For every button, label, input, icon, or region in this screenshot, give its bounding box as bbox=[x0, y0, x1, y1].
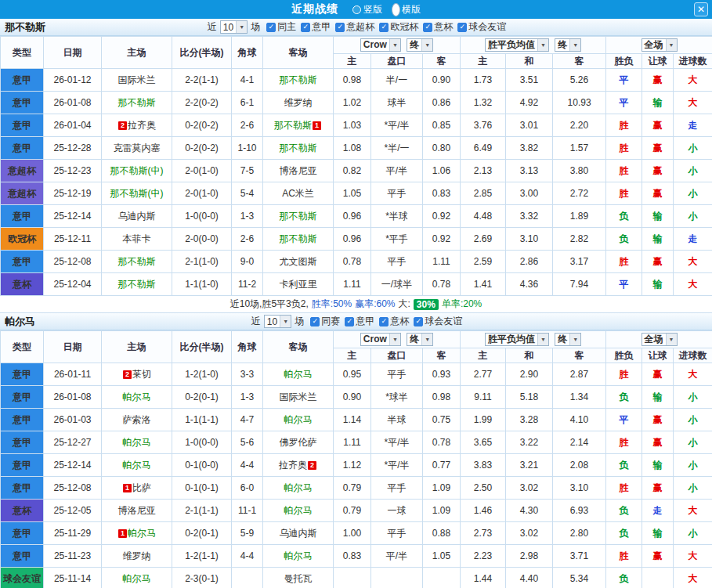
odds-type-select[interactable]: 胜平负均值 bbox=[485, 38, 549, 52]
home-team-link-cell: 帕尔马 bbox=[102, 386, 172, 409]
match-row: 意甲25-12-28克雷莫内塞0-2(0-2)1-10那不勒斯1.08*半/一0… bbox=[1, 137, 712, 160]
checkbox-icon[interactable] bbox=[301, 23, 310, 32]
away-team-link[interactable]: 那不勒斯 bbox=[280, 142, 317, 153]
corner-score: 3-3 bbox=[232, 363, 263, 386]
home-team-link[interactable]: 那不勒斯 bbox=[118, 97, 156, 108]
vertical-layout-radio[interactable]: 竖版 bbox=[352, 3, 382, 16]
home-team-link[interactable]: 帕尔马 bbox=[123, 391, 151, 402]
handicap-final-select[interactable]: 终 bbox=[407, 333, 433, 346]
match-score: 2-2(1-1) bbox=[172, 69, 232, 92]
home-team-link[interactable]: 那不勒斯 bbox=[118, 256, 156, 267]
home-team-link[interactable]: 帕尔马 bbox=[123, 460, 151, 471]
summary-segment: 大: bbox=[399, 298, 410, 311]
recent-count-select[interactable]: 10 bbox=[220, 20, 248, 34]
away-team-link[interactable]: 乌迪内斯 bbox=[280, 528, 317, 539]
away-team-link[interactable]: AC米兰 bbox=[282, 188, 314, 199]
home-team-link[interactable]: 拉齐奥 bbox=[128, 120, 156, 131]
away-team-link[interactable]: 帕尔马 bbox=[284, 482, 313, 493]
home-team-link[interactable]: 本菲卡 bbox=[123, 233, 151, 244]
checkbox-label: 球会友谊 bbox=[468, 20, 506, 34]
odds-final-select[interactable]: 终 bbox=[555, 333, 581, 346]
away-team-link-cell: 卡利亚里 bbox=[263, 273, 334, 296]
radio-icon[interactable] bbox=[392, 3, 400, 16]
checkbox-icon[interactable] bbox=[335, 23, 345, 32]
recent-count-select[interactable]: 10 bbox=[264, 315, 291, 328]
handicap-away-odds: 0.93 bbox=[423, 363, 461, 386]
home-team-link[interactable]: 莱切 bbox=[132, 369, 151, 380]
result-goals: 大 bbox=[674, 568, 712, 588]
checkbox-icon[interactable] bbox=[423, 23, 432, 32]
away-team-link-cell: 国际米兰 bbox=[263, 386, 334, 409]
match-score: 0-2(0-1) bbox=[172, 522, 232, 545]
checkbox-icon[interactable] bbox=[379, 23, 389, 32]
odds-draw: 3.28 bbox=[506, 409, 553, 431]
handicap-final-select[interactable]: 终 bbox=[407, 38, 433, 52]
away-team-link[interactable]: 帕尔马 bbox=[284, 369, 313, 380]
away-team-link[interactable]: 帕尔马 bbox=[284, 414, 313, 425]
away-team-link[interactable]: 拉齐奥 bbox=[279, 460, 307, 471]
filter-checkbox[interactable]: 意超杯 bbox=[335, 20, 374, 34]
result-goals: 大 bbox=[674, 273, 712, 296]
handicap-away-odds: 0.85 bbox=[423, 114, 461, 137]
select-value: 胜平负均值 bbox=[488, 333, 535, 346]
filter-checkbox[interactable]: 欧冠杯 bbox=[379, 20, 418, 34]
away-team-link[interactable]: 那不勒斯 bbox=[274, 120, 312, 131]
home-team-link[interactable]: 那不勒斯(中) bbox=[110, 188, 164, 199]
away-team-link[interactable]: 维罗纳 bbox=[284, 97, 313, 108]
filter-checkbox[interactable]: 意甲 bbox=[301, 20, 331, 34]
checkbox-icon[interactable] bbox=[345, 317, 354, 326]
checkbox-icon[interactable] bbox=[457, 23, 467, 32]
home-team-link[interactable]: 克雷莫内塞 bbox=[114, 142, 161, 153]
match-score: 2-3(0-1) bbox=[172, 568, 232, 588]
scope-select[interactable]: 全场 bbox=[642, 38, 678, 52]
filter-checkbox[interactable]: 意杯 bbox=[423, 20, 453, 34]
checkbox-icon[interactable] bbox=[310, 317, 320, 326]
away-team-link[interactable]: 国际米兰 bbox=[280, 391, 317, 402]
home-team-link[interactable]: 乌迪内斯 bbox=[118, 211, 156, 222]
away-team-link[interactable]: 曼托瓦 bbox=[284, 573, 313, 584]
radio-icon[interactable] bbox=[352, 5, 361, 14]
close-button[interactable]: ✕ bbox=[694, 2, 708, 16]
filter-checkbox[interactable]: 球会友谊 bbox=[414, 315, 462, 328]
home-team-link[interactable]: 萨索洛 bbox=[123, 414, 151, 425]
horizontal-layout-radio[interactable]: 横版 bbox=[390, 3, 421, 16]
filter-checkbox[interactable]: 意杯 bbox=[379, 315, 409, 328]
away-team-link[interactable]: 佛罗伦萨 bbox=[280, 437, 317, 448]
bookmaker-select[interactable]: Crow bbox=[360, 333, 401, 346]
home-team-link[interactable]: 帕尔马 bbox=[128, 528, 156, 539]
away-team-link[interactable]: 帕尔马 bbox=[284, 505, 313, 516]
home-team-link[interactable]: 帕尔马 bbox=[123, 437, 151, 448]
home-team-link[interactable]: 国际米兰 bbox=[118, 74, 156, 85]
checkbox-icon[interactable] bbox=[266, 23, 276, 32]
odds-home-win: 4.48 bbox=[461, 205, 506, 228]
handicap-home-odds: 1.05 bbox=[334, 182, 371, 205]
filter-checkbox[interactable]: 意甲 bbox=[345, 315, 374, 328]
odds-type-select[interactable]: 胜平负均值 bbox=[485, 333, 549, 346]
match-type-badge: 意甲 bbox=[1, 114, 44, 137]
home-team-link[interactable]: 那不勒斯 bbox=[118, 279, 156, 290]
odds-final-select[interactable]: 终 bbox=[555, 38, 581, 52]
home-team-link[interactable]: 维罗纳 bbox=[123, 550, 151, 561]
away-team-link[interactable]: 那不勒斯 bbox=[280, 233, 317, 244]
scope-select[interactable]: 全场 bbox=[642, 333, 678, 346]
filter-checkbox[interactable]: 球会友谊 bbox=[457, 20, 506, 34]
result-handicap: 赢 bbox=[642, 251, 674, 273]
filter-checkbox[interactable]: 同主 bbox=[266, 20, 296, 34]
home-team-link[interactable]: 比萨 bbox=[132, 482, 151, 493]
filter-checkbox[interactable]: 同赛 bbox=[310, 315, 340, 328]
home-team-link[interactable]: 那不勒斯(中) bbox=[110, 165, 164, 176]
bookmaker-select[interactable]: Crow bbox=[360, 38, 401, 52]
away-team-link[interactable]: 卡利亚里 bbox=[280, 279, 317, 290]
result-handicap: 赢 bbox=[642, 182, 674, 205]
away-team-link[interactable]: 那不勒斯 bbox=[280, 74, 317, 85]
checkbox-icon[interactable] bbox=[379, 317, 389, 326]
away-team-link[interactable]: 尤文图斯 bbox=[280, 256, 317, 267]
away-team-link[interactable]: 博洛尼亚 bbox=[280, 165, 317, 176]
checkbox-icon[interactable] bbox=[414, 317, 423, 326]
away-team-link[interactable]: 帕尔马 bbox=[284, 550, 313, 561]
result-handicap bbox=[642, 568, 674, 588]
home-team-link[interactable]: 博洛尼亚 bbox=[118, 505, 156, 516]
home-team-link[interactable]: 帕尔马 bbox=[123, 573, 151, 584]
corner-score: 1-3 bbox=[232, 205, 263, 228]
away-team-link[interactable]: 那不勒斯 bbox=[280, 211, 317, 222]
